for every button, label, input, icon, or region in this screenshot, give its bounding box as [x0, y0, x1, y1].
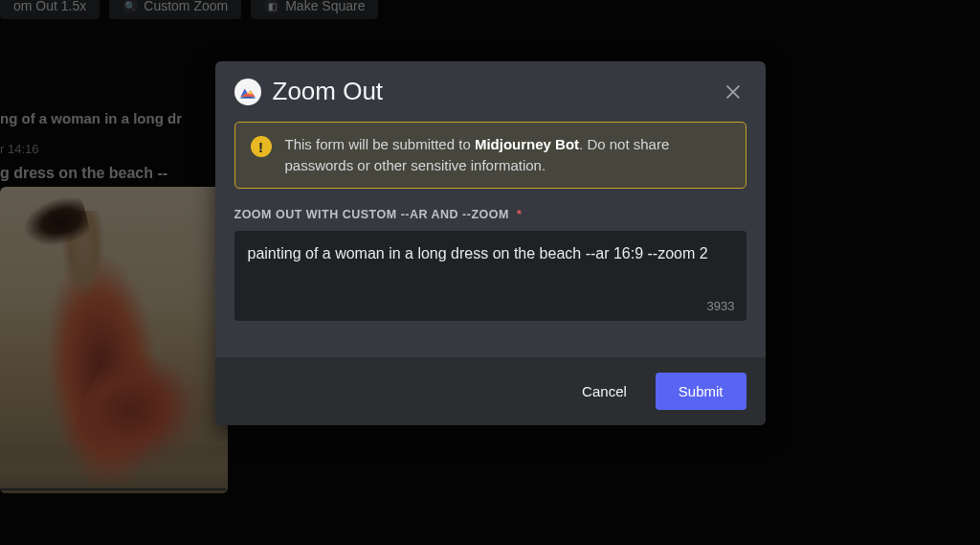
modal-overlay: Zoom Out ! This form will be submitted t… — [0, 0, 980, 545]
modal-header: Zoom Out — [215, 61, 766, 110]
submit-button[interactable]: Submit — [656, 373, 746, 410]
cancel-button[interactable]: Cancel — [565, 374, 644, 409]
required-marker: * — [517, 208, 522, 221]
warning-banner: ! This form will be submitted to Midjour… — [234, 122, 746, 189]
modal-footer: Cancel Submit — [215, 357, 766, 425]
close-button[interactable] — [720, 79, 746, 105]
field-label: ZOOM OUT WITH CUSTOM --AR AND --ZOOM * — [234, 208, 746, 221]
warning-bot-name: Midjourney Bot — [475, 136, 579, 152]
close-icon — [724, 82, 743, 102]
char-count: 3933 — [707, 299, 735, 313]
textarea-wrap: 3933 — [234, 231, 746, 321]
prompt-textarea[interactable] — [248, 242, 733, 288]
modal-title-wrap: Zoom Out — [234, 77, 384, 106]
modal-body: ! This form will be submitted to Midjour… — [215, 110, 766, 329]
zoom-out-modal: Zoom Out ! This form will be submitted t… — [215, 61, 766, 425]
warning-icon: ! — [251, 136, 272, 157]
warning-prefix: This form will be submitted to — [285, 136, 475, 152]
bot-avatar-icon — [234, 79, 261, 105]
warning-text: This form will be submitted to Midjourne… — [285, 134, 730, 176]
modal-title: Zoom Out — [273, 77, 384, 106]
field-label-text: ZOOM OUT WITH CUSTOM --AR AND --ZOOM — [234, 208, 509, 221]
